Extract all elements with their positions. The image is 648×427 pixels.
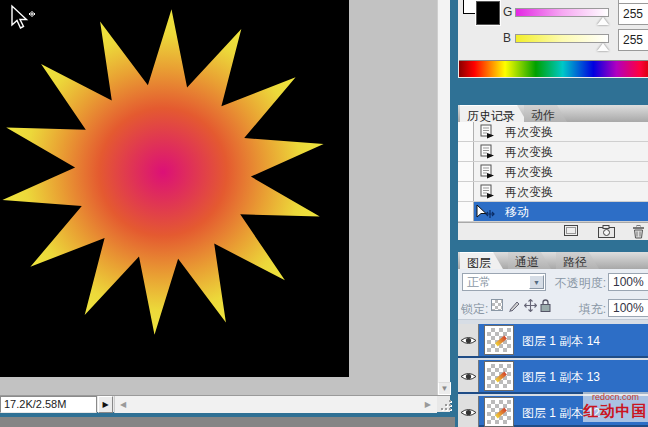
transform-state-icon bbox=[480, 124, 496, 140]
status-bar: 17.2K/2.58M ▶ ◀ ▶ bbox=[0, 395, 450, 412]
tab-actions[interactable]: 动作 bbox=[524, 105, 567, 122]
history-source-well[interactable] bbox=[458, 122, 474, 141]
history-entry[interactable]: 再次变换 bbox=[458, 162, 648, 182]
lock-transparency-icon[interactable] bbox=[491, 299, 503, 311]
eye-icon bbox=[460, 371, 477, 382]
lock-label: 锁定: bbox=[461, 301, 488, 318]
horizontal-scrollbar[interactable]: ◀ ▶ bbox=[114, 396, 437, 413]
blend-mode-select[interactable]: 正常 ▼ bbox=[462, 273, 546, 291]
lock-paint-brush-icon[interactable] bbox=[508, 299, 521, 312]
scroll-down-button[interactable]: ▼ bbox=[438, 382, 451, 395]
tab-channels[interactable]: 通道 bbox=[508, 252, 551, 269]
layers-tabstrip: 图层 通道 路径 bbox=[458, 252, 648, 269]
eye-icon bbox=[460, 335, 477, 346]
visibility-toggle[interactable] bbox=[458, 396, 479, 427]
transform-state-icon bbox=[480, 164, 496, 180]
visibility-toggle[interactable] bbox=[458, 360, 479, 392]
history-entry[interactable]: 再次变换 bbox=[458, 122, 648, 142]
opacity-label: 不透明度: bbox=[550, 275, 606, 292]
history-entry[interactable]: 再次变换 bbox=[458, 142, 648, 162]
layer-name[interactable]: 图层 1 副本 13 bbox=[522, 369, 600, 386]
panel-dock: G 255 B 255 历史记录 动作 再次变换 bbox=[455, 0, 648, 427]
foreground-color-swatch[interactable] bbox=[476, 1, 500, 25]
blend-controls-row: 正常 ▼ 不透明度: 100% bbox=[458, 269, 648, 294]
scroll-right-arrow-icon[interactable]: ▶ bbox=[425, 400, 431, 409]
layer-thumbnail[interactable] bbox=[485, 362, 513, 390]
history-footer bbox=[458, 222, 648, 240]
history-entry[interactable]: 再次变换 bbox=[458, 182, 648, 202]
canvas[interactable] bbox=[0, 0, 349, 377]
opacity-value-field[interactable]: 100% bbox=[608, 273, 648, 291]
status-menu-button[interactable]: ▶ bbox=[98, 396, 113, 413]
color-spectrum-ramp[interactable] bbox=[459, 60, 648, 77]
scroll-left-arrow-icon[interactable]: ◀ bbox=[120, 400, 126, 409]
lock-all-icon[interactable] bbox=[540, 299, 551, 312]
layer-row[interactable]: 图层 1 副本 13 bbox=[458, 360, 648, 394]
layer-thumbnail[interactable] bbox=[485, 398, 513, 426]
chevron-down-icon[interactable]: ▼ bbox=[529, 275, 544, 289]
blue-value-field[interactable]: 255 bbox=[618, 29, 648, 51]
watermark-url: redocn.com bbox=[583, 392, 648, 402]
fill-value-field[interactable]: 100% bbox=[608, 299, 648, 317]
document-workspace bbox=[0, 0, 437, 395]
watermark-brand: 红动中国 bbox=[583, 402, 648, 420]
layer-thumbnail-art bbox=[495, 336, 507, 347]
move-cursor-icon bbox=[8, 4, 38, 34]
tab-history[interactable]: 历史记录 bbox=[460, 105, 527, 122]
layer-name[interactable]: 图层 1 副本 14 bbox=[522, 333, 600, 350]
blue-slider[interactable] bbox=[515, 34, 609, 43]
watermark: redocn.com 红动中国 bbox=[583, 392, 648, 422]
star-image bbox=[0, 0, 349, 377]
history-source-well[interactable] bbox=[458, 162, 474, 181]
app-background bbox=[0, 417, 455, 427]
move-state-icon bbox=[474, 204, 498, 220]
layer-row[interactable]: 图层 1 副本 14 bbox=[458, 324, 648, 358]
new-snapshot-icon[interactable] bbox=[598, 225, 615, 238]
fill-label: 填充: bbox=[570, 301, 606, 318]
tab-layers[interactable]: 图层 bbox=[460, 252, 503, 269]
visibility-toggle[interactable] bbox=[458, 324, 479, 356]
green-slider-label: G bbox=[503, 5, 512, 19]
eye-icon bbox=[460, 407, 477, 418]
layer-thumbnail[interactable] bbox=[485, 326, 513, 354]
new-document-from-state-icon[interactable] bbox=[564, 225, 579, 237]
blue-slider-handle[interactable] bbox=[597, 43, 609, 51]
transform-state-icon bbox=[480, 144, 496, 160]
blue-slider-label: B bbox=[503, 31, 511, 45]
green-slider[interactable] bbox=[515, 8, 609, 17]
document-size-readout: 17.2K/2.58M bbox=[0, 396, 97, 413]
delete-state-icon[interactable] bbox=[632, 225, 645, 239]
lock-position-icon[interactable] bbox=[524, 299, 537, 312]
color-panel: G 255 B 255 bbox=[458, 0, 648, 78]
photoshop-window: ▼ 17.2K/2.58M ▶ ◀ ▶ G 255 B 255 bbox=[0, 0, 648, 427]
lock-controls-row: 锁定: 填充: 100% bbox=[458, 294, 648, 320]
window-resize-grip[interactable] bbox=[440, 399, 451, 410]
layer-thumbnail-art bbox=[495, 372, 507, 383]
history-tabstrip: 历史记录 动作 bbox=[458, 105, 648, 122]
blend-mode-value: 正常 bbox=[467, 275, 491, 289]
history-source-well[interactable] bbox=[458, 202, 474, 221]
vertical-scrollbar[interactable]: ▼ bbox=[437, 0, 450, 395]
layer-thumbnail-art bbox=[495, 408, 507, 419]
history-source-well[interactable] bbox=[458, 182, 474, 201]
history-panel: 历史记录 动作 再次变换 再次变换 bbox=[458, 105, 648, 240]
green-slider-handle[interactable] bbox=[597, 17, 609, 25]
history-source-well[interactable] bbox=[458, 142, 474, 161]
green-value-field[interactable]: 255 bbox=[618, 3, 648, 25]
tab-paths[interactable]: 路径 bbox=[556, 252, 599, 269]
transform-state-icon bbox=[480, 184, 496, 200]
history-entry-selected[interactable]: 移动 bbox=[458, 202, 648, 222]
